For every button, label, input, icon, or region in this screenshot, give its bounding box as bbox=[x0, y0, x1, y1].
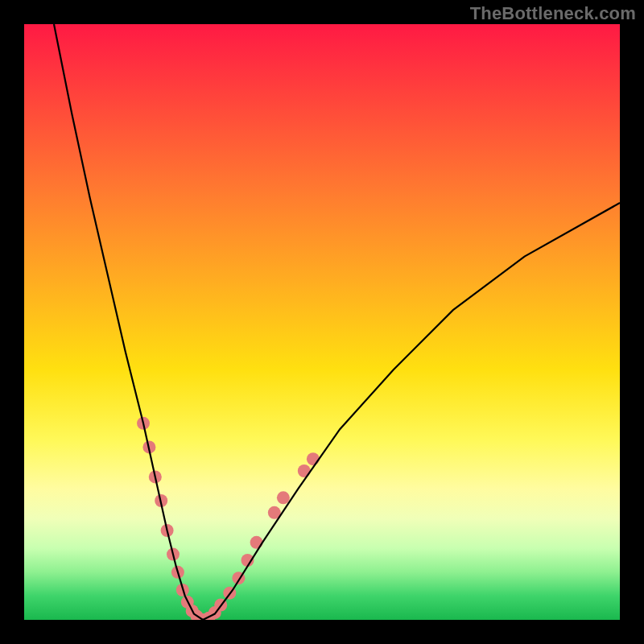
chart-frame: TheBottleneck.com bbox=[0, 0, 644, 644]
highlight-dot bbox=[298, 464, 311, 477]
plot-area bbox=[24, 24, 620, 620]
highlight-dot bbox=[250, 536, 263, 549]
highlight-dot bbox=[277, 491, 290, 504]
bottleneck-curve bbox=[54, 24, 620, 620]
highlight-dot bbox=[307, 452, 320, 465]
watermark-text: TheBottleneck.com bbox=[470, 3, 636, 24]
curve-layer bbox=[24, 24, 620, 620]
